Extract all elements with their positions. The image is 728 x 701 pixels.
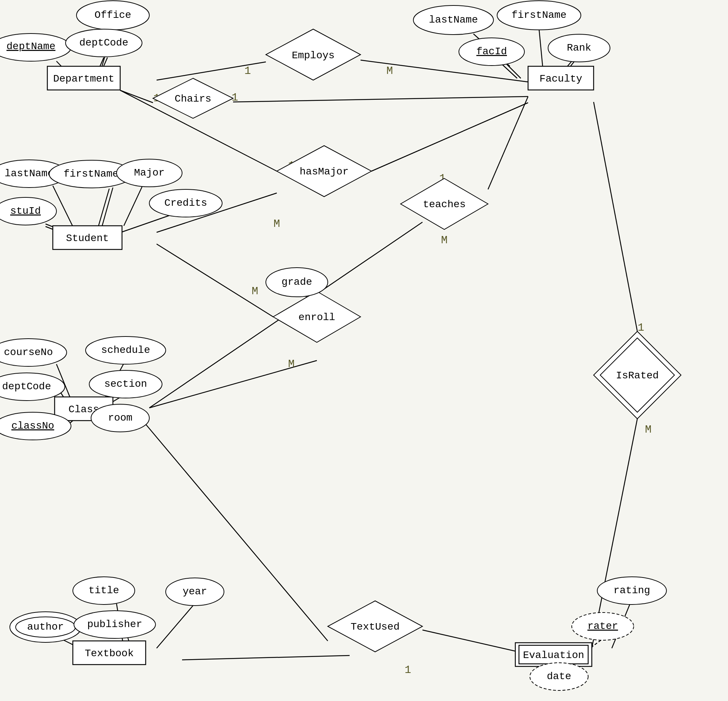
svg-text:M: M [288, 358, 295, 370]
svg-text:1: 1 [638, 322, 644, 334]
fac-firstname-label: firstName [511, 9, 566, 21]
textused-label: TextUsed [351, 621, 400, 633]
section-label: section [104, 378, 147, 390]
cls-deptcode-label: deptCode [2, 381, 51, 392]
author-label: author [27, 621, 64, 633]
classno-label: classNo [11, 420, 54, 432]
stu-lastname-label: lastName [5, 168, 53, 179]
evaluation-label: Evaluation [523, 650, 584, 661]
svg-line-24 [488, 97, 528, 189]
major-label: Major [134, 167, 165, 178]
israted-label: IsRated [616, 370, 659, 381]
credits-label: Credits [164, 197, 207, 209]
svg-line-41 [594, 102, 637, 331]
svg-line-12 [120, 90, 153, 103]
year-label: year [182, 586, 207, 597]
svg-line-23 [371, 103, 528, 171]
svg-line-36 [182, 655, 350, 660]
stu-firstname-label: firstName [64, 168, 118, 179]
svg-text:1: 1 [232, 91, 238, 104]
svg-line-7 [506, 64, 521, 78]
svg-line-20 [122, 215, 171, 232]
title-label: title [88, 585, 119, 596]
deptname-label: deptName [7, 41, 55, 52]
rating-label: rating [614, 585, 650, 596]
svg-line-40 [157, 606, 193, 648]
employs-label: Employs [292, 50, 335, 61]
student-label: Student [66, 233, 109, 244]
svg-text:M: M [273, 218, 280, 230]
textbook-label: Textbook [85, 648, 134, 659]
svg-text:1: 1 [404, 664, 411, 676]
svg-text:1: 1 [244, 65, 251, 77]
svg-line-13 [233, 97, 528, 102]
hasmajor-label: hasMajor [300, 166, 348, 177]
stuid-label: stuId [10, 205, 41, 217]
svg-line-5 [539, 28, 543, 66]
publisher-label: publisher [87, 619, 142, 630]
room-label: room [108, 412, 132, 423]
svg-line-35 [142, 420, 328, 641]
rater-label: rater [588, 620, 618, 632]
department-label: Department [53, 73, 114, 84]
svg-text:M: M [441, 234, 448, 247]
svg-line-14 [53, 186, 73, 227]
office-label: Office [95, 9, 131, 21]
svg-line-26 [157, 244, 273, 317]
grade-label: grade [282, 276, 312, 288]
fac-lastname-label: lastName [429, 14, 478, 26]
faculty-label: Faculty [539, 73, 582, 84]
chairs-label: Chairs [175, 93, 212, 104]
courseno-label: courseNo [4, 347, 53, 358]
svg-text:M: M [645, 423, 651, 436]
enroll-label: enroll [299, 312, 335, 323]
svg-text:M: M [252, 285, 258, 298]
svg-line-19 [124, 187, 142, 226]
date-label: date [547, 671, 571, 682]
svg-text:M: M [386, 65, 393, 77]
schedule-label: schedule [101, 344, 150, 356]
deptcode-label: deptCode [79, 37, 128, 48]
teaches-label: teaches [423, 199, 466, 210]
facid-label: facId [476, 46, 507, 57]
rank-label: Rank [567, 42, 591, 53]
